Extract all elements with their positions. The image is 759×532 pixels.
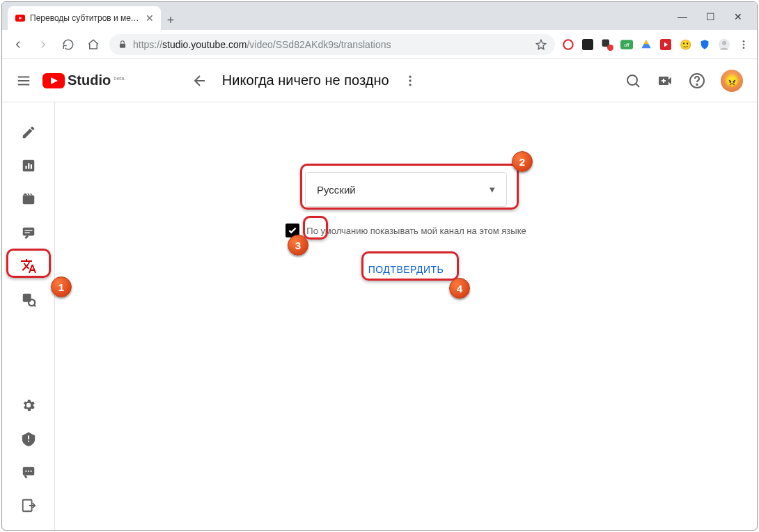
checkbox-label: По умолчанию показывать мой канал на это… — [306, 226, 526, 236]
svg-rect-26 — [22, 228, 34, 236]
star-icon[interactable] — [535, 39, 547, 50]
app-header: Studio beta Никогда ничего не поздно 😠 — [2, 59, 757, 102]
youtube-favicon-icon — [15, 13, 26, 24]
svg-rect-31 — [28, 435, 29, 439]
video-title: Никогда ничего не поздно — [222, 72, 389, 88]
svg-point-17 — [409, 84, 411, 86]
logo-text: Studio — [68, 72, 111, 88]
svg-point-11 — [743, 40, 745, 42]
extension-play-icon[interactable] — [659, 38, 672, 51]
sidebar-item-creator-classic[interactable] — [15, 492, 42, 519]
svg-point-12 — [743, 43, 745, 45]
titlebar: Переводы субтитров и метадан ✕ + — ☐ ✕ — [2, 2, 757, 30]
profile-avatar-icon[interactable] — [718, 38, 730, 51]
minimize-button[interactable]: — — [676, 10, 689, 23]
annotation-badge-2: 2 — [512, 151, 533, 172]
svg-rect-32 — [28, 441, 29, 442]
chevron-down-icon: ▾ — [490, 183, 495, 196]
nav-forward-button[interactable] — [34, 36, 52, 54]
extension-face-icon[interactable]: 🙂 — [679, 38, 691, 51]
svg-point-10 — [722, 40, 726, 45]
extension-off-icon[interactable]: off — [620, 38, 633, 51]
sidebar-item-whats-new[interactable] — [15, 459, 42, 485]
maximize-button[interactable]: ☐ — [704, 10, 717, 23]
sidebar-item-editor[interactable] — [15, 186, 42, 212]
svg-rect-22 — [25, 166, 26, 169]
tab-close-icon[interactable]: ✕ — [146, 13, 154, 24]
svg-rect-23 — [28, 163, 29, 169]
close-window-button[interactable]: ✕ — [732, 10, 744, 23]
confirm-button[interactable]: ПОДТВЕРДИТЬ — [356, 257, 457, 282]
annotation-badge-3: 3 — [288, 235, 308, 256]
svg-point-2 — [563, 40, 572, 49]
logo-beta: beta — [114, 75, 125, 81]
svg-point-36 — [30, 471, 31, 472]
youtube-logo-icon — [42, 73, 65, 88]
sidebar-item-other-settings[interactable] — [15, 286, 42, 313]
nav-back-button[interactable] — [9, 36, 27, 54]
lock-icon — [118, 40, 127, 49]
sidebar-item-settings[interactable] — [15, 392, 42, 418]
extension-drive-icon[interactable] — [640, 38, 652, 51]
new-tab-button[interactable]: + — [161, 10, 180, 30]
svg-rect-24 — [30, 164, 31, 169]
svg-point-35 — [27, 471, 29, 472]
sidebar-item-comments[interactable] — [15, 219, 42, 246]
account-avatar[interactable]: 😠 — [721, 70, 743, 92]
svg-point-16 — [409, 79, 411, 81]
omnibox[interactable]: https://studio.youtube.com/video/SSd82AK… — [109, 34, 555, 55]
sidebar-item-analytics[interactable] — [15, 152, 42, 179]
svg-rect-1 — [120, 43, 125, 47]
svg-text:off: off — [624, 42, 629, 47]
extension-opera-icon[interactable] — [562, 38, 574, 51]
hamburger-menu-button[interactable] — [16, 73, 31, 88]
svg-point-13 — [743, 47, 745, 49]
browser-tab[interactable]: Переводы субтитров и метадан ✕ — [8, 6, 161, 30]
svg-point-20 — [696, 84, 698, 85]
url-text: https://studio.youtube.com/video/SSd82AK… — [133, 39, 391, 50]
browser-menu-icon[interactable] — [737, 38, 750, 51]
extension-red-badge-icon[interactable] — [601, 38, 613, 51]
video-options-button[interactable] — [403, 74, 417, 88]
svg-point-15 — [409, 75, 411, 77]
window-controls: — ☐ ✕ — [664, 10, 757, 30]
svg-rect-3 — [582, 39, 593, 50]
studio-logo[interactable]: Studio beta — [42, 72, 125, 88]
main-content: Русский ▾ По умолчанию показывать мой ка… — [55, 102, 757, 530]
svg-point-30 — [29, 299, 35, 306]
svg-rect-25 — [22, 196, 34, 205]
sidebar: 1 — [2, 102, 55, 530]
nav-home-button[interactable] — [84, 36, 102, 54]
language-dropdown[interactable]: Русский ▾ — [305, 172, 507, 207]
create-video-icon[interactable] — [657, 72, 673, 89]
default-language-checkbox[interactable] — [285, 224, 299, 237]
sidebar-item-feedback[interactable] — [15, 425, 42, 452]
sidebar-item-details[interactable] — [15, 119, 42, 146]
svg-point-5 — [607, 45, 613, 51]
extension-icons: off 🙂 — [562, 38, 750, 51]
help-icon[interactable] — [689, 72, 705, 89]
language-selected-label: Русский — [317, 184, 356, 196]
extension-shield-icon[interactable] — [698, 38, 711, 51]
tab-title: Переводы субтитров и метадан — [30, 13, 141, 23]
svg-point-34 — [25, 471, 26, 472]
nav-reload-button[interactable] — [59, 36, 77, 54]
extension-dark-icon[interactable] — [581, 38, 594, 51]
tab-strip: Переводы субтитров и метадан ✕ + — [2, 6, 664, 30]
svg-point-18 — [627, 75, 637, 85]
sidebar-item-translations[interactable] — [15, 253, 42, 279]
svg-rect-28 — [24, 233, 29, 233]
address-bar: https://studio.youtube.com/video/SSd82AK… — [2, 30, 757, 59]
header-back-button[interactable] — [191, 72, 208, 89]
search-icon[interactable] — [625, 72, 641, 89]
svg-rect-27 — [24, 230, 32, 230]
